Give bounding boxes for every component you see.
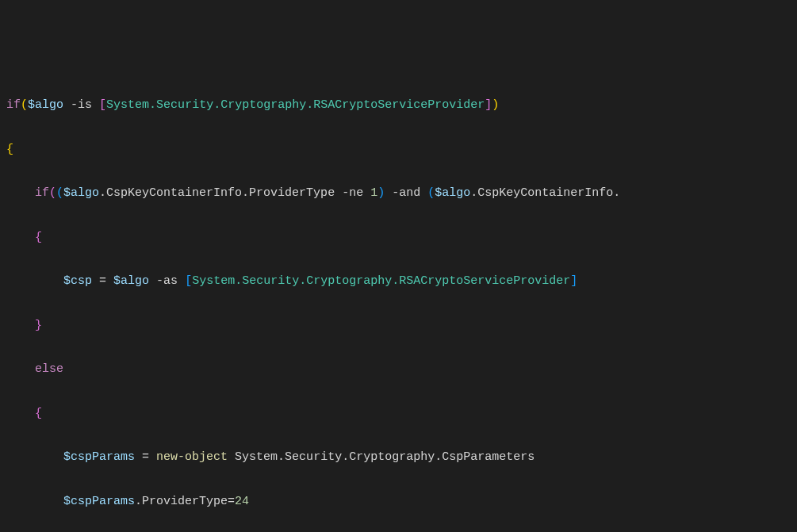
code-line: { — [6, 403, 797, 425]
code-line: $csp = $algo -as [System.Security.Crypto… — [6, 270, 797, 293]
code-line: if(($algo.CspKeyContainerInfo.ProviderTy… — [6, 182, 797, 205]
code-line: $cspParams = new-object System.Security.… — [6, 446, 797, 469]
code-line: { — [6, 139, 797, 161]
code-line: } — [6, 315, 797, 337]
code-line: { — [6, 227, 797, 249]
code-editor[interactable]: if($algo -is [System.Security.Cryptograp… — [6, 94, 797, 532]
code-line: else — [6, 358, 797, 381]
code-line: if($algo -is [System.Security.Cryptograp… — [6, 94, 797, 117]
code-line: $cspParams.ProviderType=24 — [6, 491, 797, 513]
